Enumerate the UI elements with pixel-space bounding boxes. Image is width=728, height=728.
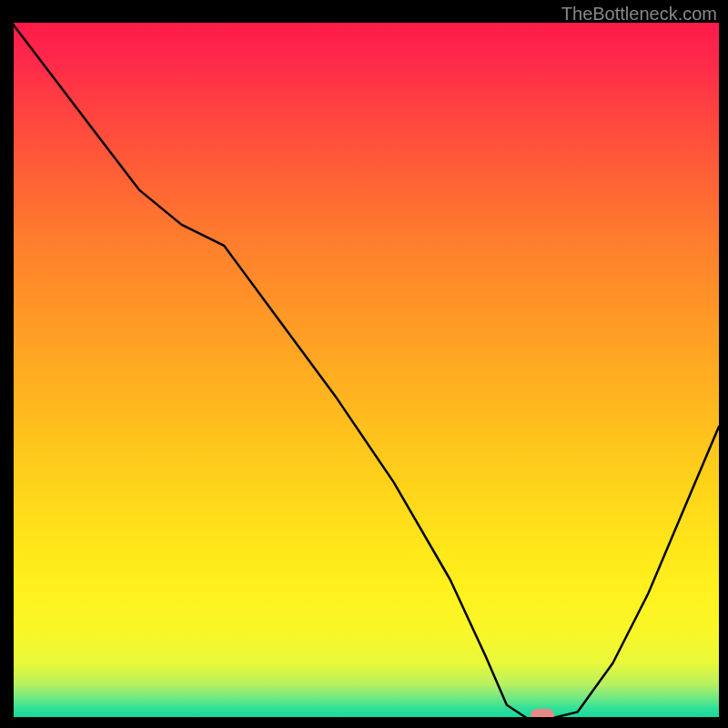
plot-area bbox=[12, 23, 719, 719]
watermark-text: TheBottleneck.com bbox=[561, 4, 717, 25]
bottleneck-curve bbox=[12, 23, 719, 719]
x-axis bbox=[12, 717, 719, 719]
y-axis bbox=[12, 23, 14, 719]
